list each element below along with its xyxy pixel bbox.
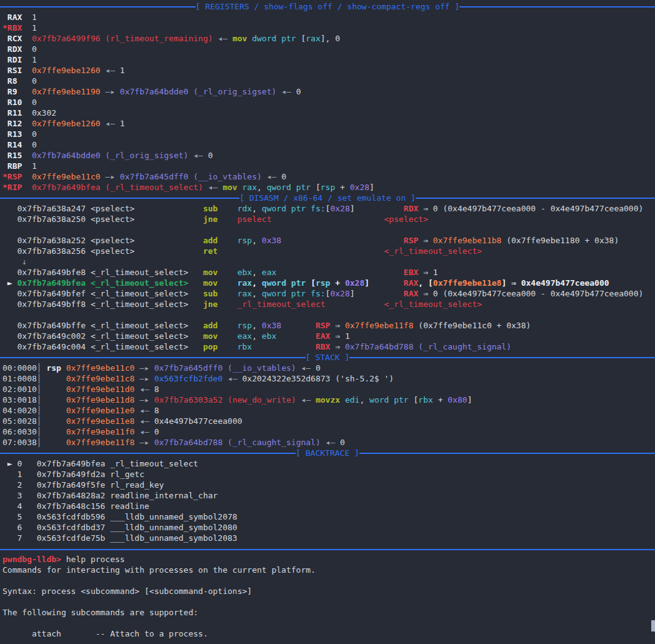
registers-section-title: [ REGISTERS / show-flags off / show-comp…: [196, 1, 460, 12]
register-line: R11 0x302: [2, 108, 655, 118]
register-line: R15 0x7fb7a64bdde0 (_rl_orig_sigset) ◂— …: [2, 150, 655, 161]
disasm-line: 0x7fb7a638a247 <pselect> sub rdx, qword …: [2, 203, 655, 214]
disasm-line: ► 0x7fb7a649bfea <_rl_timeout_select> mo…: [2, 278, 655, 288]
stack-line: 07:0038│ 0x7ffe9ebe11f8 —▸ 0x7fb7a64bd78…: [2, 437, 655, 448]
divider-line: [459, 6, 655, 8]
backtrace-line: 6 0x563fcdfdbd37 ___lldb_unnamed_symbol2…: [2, 522, 655, 533]
register-line: R12 0x7ffe9ebe1260 ◂— 1: [2, 118, 655, 129]
backtrace-line: 7 0x563fcdfde75b ___lldb_unnamed_symbol2…: [2, 533, 655, 543]
register-line: RDX 0: [2, 44, 655, 54]
register-line: RDI 1: [2, 54, 655, 65]
backtrace-line: 3 0x7fb7a64828a2 readline_internal_char: [2, 490, 655, 501]
disasm-section-header: [ DISASM / x86-64 / set emulate on ]: [0, 193, 655, 203]
divider-line: [349, 357, 655, 358]
register-line: R10 0: [2, 97, 655, 108]
disasm-line: [2, 224, 655, 235]
backtrace-line: 1 0x7fb7a649fd2a rl_getc: [2, 469, 655, 480]
disasm-line: 0x7fb7a649c002 <_rl_timeout_select> mov …: [2, 331, 655, 341]
stack-line: 00:0000│ rsp 0x7ffe9ebe11c0 —▸ 0x7fb7a64…: [2, 363, 655, 373]
terminal-line: attach -- Attach to a process.: [2, 628, 655, 639]
disasm-line: 0x7fb7a649c004 <_rl_timeout_select> pop …: [2, 341, 655, 352]
stack-line: 01:0008│ 0x7ffe9ebe11c8 —▸ 0x563fcfb2fde…: [2, 373, 655, 384]
register-line: RBP 1: [2, 161, 655, 171]
terminal-line: [2, 575, 655, 586]
stack-panel: 00:0000│ rsp 0x7ffe9ebe11c0 —▸ 0x7fb7a64…: [2, 363, 655, 448]
register-line: R8 0: [2, 76, 655, 86]
divider-line: [416, 198, 655, 199]
disasm-line: 0x7fb7a649bfe8 <_rl_timeout_select> mov …: [2, 267, 655, 278]
terminal-line: pwndbg-lldb> help process: [2, 554, 655, 565]
backtrace-line: ► 0 0x7fb7a649bfea _rl_timeout_select: [2, 458, 655, 469]
register-line: *RIP 0x7fb7a649bfea (_rl_timeout_select)…: [2, 182, 655, 193]
backtrace-line: 4 0x7fb7a648c156 readline: [2, 501, 655, 511]
stack-line: 04:0020│ 0x7ffe9ebe11e0 ◂— 8: [2, 405, 655, 416]
divider-line: [0, 357, 306, 358]
disasm-line: 0x7fb7a638a252 <pselect> add rsp, 0x38 R…: [2, 235, 655, 246]
backtrace-panel: ► 0 0x7fb7a649bfea _rl_timeout_select 1 …: [2, 458, 655, 543]
terminal-line: [2, 618, 655, 628]
disasm-panel: 0x7fb7a638a247 <pselect> sub rdx, qword …: [2, 203, 655, 352]
disasm-line: 0x7fb7a649bff8 <_rl_timeout_select> jne …: [2, 299, 655, 309]
disasm-line: 0x7fb7a638a250 <pselect> jne pselect <ps…: [2, 214, 655, 224]
backtrace-section-header: [ BACKTRACE ]: [0, 448, 655, 458]
disasm-line: [2, 309, 655, 320]
divider-line: [0, 6, 196, 8]
stack-line: 03:0018│ 0x7ffe9ebe11d8 —▸ 0x7fb7a6303a5…: [2, 395, 655, 405]
terminal-line: [2, 596, 655, 607]
stack-line: 06:0030│ 0x7ffe9ebe11f0 ◂— 0: [2, 426, 655, 437]
disasm-line: ↓: [2, 256, 655, 267]
register-line: R9 0x7ffe9ebe1190 —▸ 0x7fb7a64bdde0 (_rl…: [2, 86, 655, 97]
divider-line: [0, 453, 296, 454]
pwndbg-terminal[interactable]: [ REGISTERS / show-flags off / show-comp…: [0, 0, 655, 644]
terminal-line: Commands for interacting with processes …: [2, 565, 655, 575]
backtrace-line: 5 0x563fcdfdb596 ___lldb_unnamed_symbol2…: [2, 511, 655, 522]
register-line: RCX 0x7fb7a6499f96 (rl_timeout_remaining…: [2, 33, 655, 44]
stack-section-header: [ STACK ]: [0, 352, 655, 363]
divider-line: [359, 453, 655, 454]
register-line: R13 0: [2, 129, 655, 139]
registers-section-header: [ REGISTERS / show-flags off / show-comp…: [0, 1, 655, 12]
terminal-line: The following subcommands are supported:: [2, 607, 655, 618]
disasm-section-title: [ DISASM / x86-64 / set emulate on ]: [239, 193, 416, 203]
registers-panel: RAX 1*RBX 1 RCX 0x7fb7a6499f96 (rl_timeo…: [2, 12, 655, 193]
register-line: RSI 0x7ffe9ebe1260 ◂— 1: [2, 65, 655, 76]
command-output-panel[interactable]: pwndbg-lldb> help processCommands for in…: [2, 554, 655, 639]
stack-line: 02:0010│ 0x7ffe9ebe11d0 ◂— 8: [2, 384, 655, 395]
scrollbar-thumb[interactable]: [651, 620, 655, 631]
register-line: *RBX 1: [2, 23, 655, 33]
register-line: R14 0: [2, 139, 655, 150]
register-line: RAX 1: [2, 12, 655, 23]
register-line: *RSP 0x7ffe9ebe11c0 —▸ 0x7fb7a645dff0 (_…: [2, 171, 655, 182]
backtrace-line: 2 0x7fb7a649f5fe rl_read_key: [2, 480, 655, 490]
divider-line: [0, 198, 239, 199]
disasm-line: 0x7fb7a649bfef <_rl_timeout_select> sub …: [2, 288, 655, 299]
disasm-line: 0x7fb7a649bffe <_rl_timeout_select> add …: [2, 320, 655, 331]
backtrace-section-title: [ BACKTRACE ]: [296, 448, 359, 458]
stack-section-title: [ STACK ]: [306, 352, 349, 363]
terminal-line: Syntax: process <subcommand> [<subcomman…: [2, 586, 655, 596]
stack-line: 05:0028│ 0x7ffe9ebe11e8 ◂— 0x4e497b477ce…: [2, 416, 655, 426]
disasm-line: 0x7fb7a638a256 <pselect> ret <_rl_timeou…: [2, 246, 655, 256]
prompt-divider-line: [0, 549, 655, 550]
